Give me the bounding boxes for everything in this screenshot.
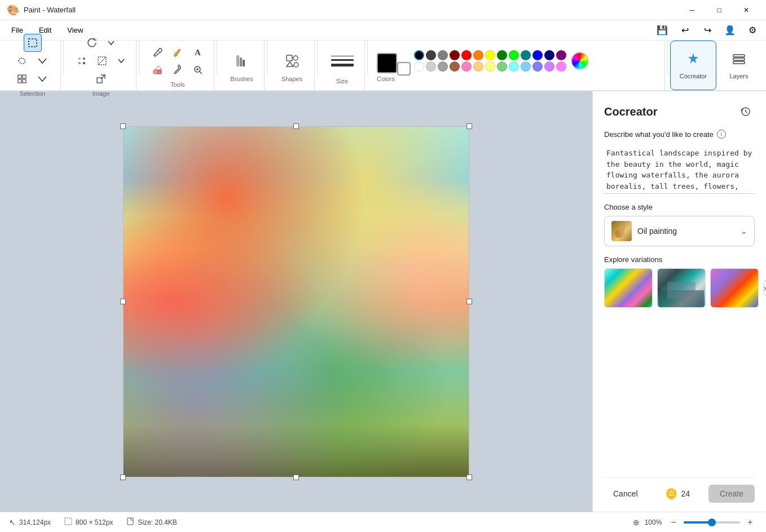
zoom-tool-button[interactable] bbox=[189, 61, 207, 79]
resize-button[interactable] bbox=[92, 70, 110, 88]
eraser-button[interactable] bbox=[148, 61, 166, 79]
size-picker-button[interactable] bbox=[328, 46, 357, 76]
selection-handle-mr[interactable] bbox=[466, 299, 472, 304]
color-swatch-darkred[interactable] bbox=[450, 50, 460, 60]
layers-panel-button[interactable]: Layers bbox=[716, 41, 761, 90]
color-swatch-peach[interactable] bbox=[473, 61, 483, 72]
coin-icon: 🪙 bbox=[665, 487, 677, 500]
color-swatch-medgray[interactable] bbox=[438, 61, 448, 72]
color-swatch-pink[interactable] bbox=[461, 61, 472, 72]
select-transparent[interactable] bbox=[93, 52, 111, 70]
color-swatch-black[interactable] bbox=[414, 50, 424, 60]
selection-group: Selection bbox=[5, 41, 61, 90]
color-swatch-white[interactable] bbox=[414, 61, 424, 72]
brush-type-button[interactable] bbox=[230, 48, 254, 73]
color-swatch-red[interactable] bbox=[461, 50, 472, 60]
selection-handle-ml[interactable] bbox=[120, 299, 126, 304]
maximize-button[interactable]: □ bbox=[706, 1, 732, 19]
save-button[interactable]: 💾 bbox=[653, 21, 671, 39]
color-swatch-magenta[interactable] bbox=[556, 61, 566, 72]
describe-label: Describe what you'd like to create i bbox=[604, 130, 755, 139]
text-button[interactable]: A bbox=[189, 43, 207, 61]
selection-handle-bc[interactable] bbox=[293, 475, 299, 480]
svg-point-6 bbox=[83, 57, 85, 60]
redo-button[interactable]: ↪ bbox=[698, 21, 716, 39]
variation-next-button[interactable]: › bbox=[763, 280, 766, 296]
canvas-image[interactable] bbox=[123, 126, 469, 477]
eyedropper-button[interactable] bbox=[169, 61, 187, 79]
color-swatch-blue[interactable] bbox=[532, 50, 543, 60]
fill-button[interactable] bbox=[169, 43, 187, 61]
color-picker-button[interactable] bbox=[571, 52, 589, 70]
selection-handle-tr[interactable] bbox=[466, 123, 472, 129]
undo-button[interactable]: ↩ bbox=[676, 21, 694, 39]
selection-handle-br[interactable] bbox=[466, 475, 472, 480]
svg-marker-26 bbox=[287, 62, 293, 66]
selection-handle-bl[interactable] bbox=[120, 475, 126, 480]
selection-handle-tc[interactable] bbox=[293, 123, 299, 129]
color-swatch-lightcyan[interactable] bbox=[509, 61, 519, 72]
zoom-thumb[interactable] bbox=[708, 518, 716, 526]
variation-thumb-3[interactable] bbox=[710, 268, 759, 308]
svg-point-8 bbox=[83, 62, 85, 64]
color-swatch-lightgreen[interactable] bbox=[497, 61, 507, 72]
color-swatch-skyblue[interactable] bbox=[521, 61, 531, 72]
close-button[interactable]: ✕ bbox=[733, 1, 759, 19]
zoom-in-button[interactable]: + bbox=[743, 516, 757, 529]
select-rectangular-button[interactable] bbox=[24, 34, 42, 52]
brushes-row1 bbox=[230, 48, 254, 73]
color-swatch-teal[interactable] bbox=[521, 50, 531, 60]
color-swatch-purple[interactable] bbox=[556, 50, 566, 60]
color-swatch-lavender[interactable] bbox=[544, 61, 554, 72]
cocreator-panel-button[interactable]: Cocreator bbox=[670, 41, 716, 90]
profile-button[interactable]: 👤 bbox=[721, 21, 739, 39]
select-all-button[interactable] bbox=[13, 70, 31, 88]
shapes-picker-button[interactable] bbox=[280, 48, 305, 73]
secondary-color[interactable] bbox=[397, 62, 411, 76]
variation-thumb-2[interactable] bbox=[657, 268, 706, 308]
color-swatch-lightgray[interactable] bbox=[426, 61, 436, 72]
color-swatch-tan[interactable] bbox=[450, 61, 460, 72]
color-swatch-green[interactable] bbox=[509, 50, 519, 60]
create-button[interactable]: Create bbox=[708, 485, 755, 503]
select-freeform-button[interactable] bbox=[13, 52, 31, 70]
style-dropdown[interactable]: Oil painting ⌄ bbox=[604, 216, 755, 246]
color-row-1 bbox=[414, 50, 566, 60]
cursor-position: ↖ 314,124px bbox=[9, 518, 51, 527]
color-swatch-yellow[interactable] bbox=[485, 50, 495, 60]
zoom-out-button[interactable]: − bbox=[667, 516, 680, 529]
color-swatch-darkgreen[interactable] bbox=[497, 50, 507, 60]
svg-rect-29 bbox=[733, 61, 745, 64]
zoom-level-text: 100% bbox=[643, 518, 663, 526]
shapes-row1 bbox=[280, 48, 305, 73]
variation-thumb-1[interactable] bbox=[604, 268, 653, 308]
minimize-button[interactable]: ─ bbox=[679, 1, 705, 19]
primary-color[interactable] bbox=[377, 53, 397, 73]
effects-button[interactable] bbox=[73, 52, 91, 70]
image-extra-dropdown[interactable] bbox=[113, 52, 129, 70]
selection-handle-tl[interactable] bbox=[120, 123, 126, 129]
selection-dropdown[interactable] bbox=[32, 52, 52, 70]
canvas-area[interactable] bbox=[0, 91, 592, 512]
svg-point-7 bbox=[78, 62, 81, 64]
color-swatch-orange[interactable] bbox=[473, 50, 483, 60]
color-swatch-navy[interactable] bbox=[544, 50, 554, 60]
zoom-slider[interactable] bbox=[684, 521, 740, 524]
history-button[interactable] bbox=[737, 103, 755, 121]
pencil-button[interactable] bbox=[148, 43, 166, 61]
color-swatch-periwinkle[interactable] bbox=[532, 61, 543, 72]
select-extra-dropdown[interactable] bbox=[32, 70, 52, 88]
color-swatch-gray[interactable] bbox=[438, 50, 448, 60]
rotate-dropdown[interactable] bbox=[103, 34, 119, 52]
size-label: Size bbox=[336, 78, 348, 85]
color-swatch-lightyellow[interactable] bbox=[485, 61, 495, 72]
cancel-button[interactable]: Cancel bbox=[604, 485, 647, 503]
rotate-button[interactable] bbox=[83, 34, 101, 52]
panel-footer: Cancel 🪙 24 Create bbox=[604, 477, 755, 512]
svg-line-10 bbox=[98, 57, 106, 65]
settings-button[interactable]: ⚙ bbox=[743, 21, 761, 39]
color-swatch-darkgray[interactable] bbox=[426, 50, 436, 60]
info-icon[interactable]: i bbox=[717, 130, 726, 139]
description-textarea[interactable]: Fantastical landscape inspired by the be… bbox=[604, 143, 755, 194]
panel-header: Cocreator bbox=[604, 103, 755, 121]
